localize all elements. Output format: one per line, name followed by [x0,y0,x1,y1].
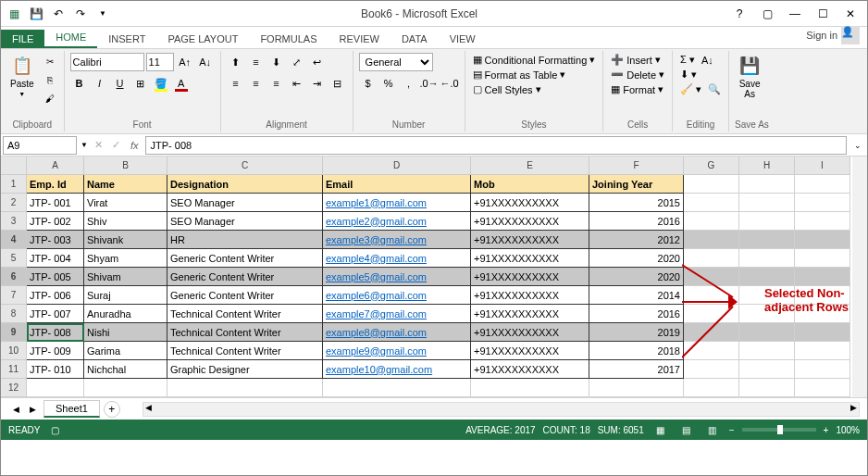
column-header[interactable]: D [323,157,471,175]
cell[interactable]: Generic Content Writer [167,268,323,286]
row-header[interactable]: 3 [1,212,27,231]
cell[interactable] [684,175,739,194]
cell[interactable] [739,194,795,212]
cell[interactable]: 2020 [589,268,684,286]
cell[interactable]: Generic Content Writer [167,249,323,268]
cell[interactable]: JTP- 003 [27,231,84,249]
tab-page-layout[interactable]: PAGE LAYOUT [156,30,249,48]
cell-link[interactable]: example6@gmail.com [323,286,471,305]
cell[interactable]: 2020 [589,249,684,268]
cell[interactable] [795,342,850,360]
help-icon[interactable]: ? [726,3,752,25]
format-as-table-button[interactable]: ▤Format as Table ▾ [471,68,568,81]
cell[interactable] [684,249,739,268]
cell[interactable]: Suraj [84,286,167,305]
cell[interactable] [739,212,795,231]
zoom-slider[interactable] [742,428,816,432]
cell[interactable]: JTP- 009 [27,342,84,360]
cell[interactable]: JTP- 008 [27,323,84,342]
cell[interactable] [739,231,795,249]
cell[interactable] [684,360,739,379]
row-header[interactable]: 2 [1,194,27,212]
cell[interactable]: JTP- 002 [27,212,84,231]
conditional-formatting-button[interactable]: ▦Conditional Formatting ▾ [471,53,598,67]
cell-link[interactable]: example1@gmail.com [323,194,471,212]
add-sheet-button[interactable]: + [104,401,120,418]
cell[interactable]: JTP- 006 [27,286,84,305]
column-header[interactable]: C [167,157,323,175]
cell[interactable] [84,379,167,397]
cell[interactable] [684,379,739,397]
cell[interactable] [684,286,739,305]
align-center-icon[interactable]: ≡ [247,74,266,93]
font-name-select[interactable] [70,53,144,71]
cell[interactable]: 2012 [589,231,684,249]
vertical-scrollbar[interactable] [852,157,867,397]
cell[interactable] [684,342,739,360]
column-header[interactable]: G [684,157,739,175]
cell[interactable] [27,379,84,397]
cell[interactable] [167,379,323,397]
save-as-button[interactable]: 💾 SaveAs [735,53,764,101]
row-header[interactable]: 6 [1,268,27,286]
cell[interactable] [795,360,850,379]
cell[interactable] [739,286,795,305]
header-cell[interactable]: Emp. Id [27,175,84,194]
italic-button[interactable]: I [91,74,109,93]
row-header[interactable]: 8 [1,305,27,323]
cell[interactable]: Virat [84,194,167,212]
column-header[interactable]: H [739,157,795,175]
tab-review[interactable]: REVIEW [329,30,391,48]
namebox-dropdown-icon[interactable]: ▼ [81,141,88,149]
macro-record-icon[interactable]: ▢ [51,425,59,435]
copy-icon[interactable]: ⎘ [42,71,58,88]
align-middle-icon[interactable]: ≡ [247,53,266,71]
cell[interactable]: 2014 [589,286,684,305]
cell-link[interactable]: example4@gmail.com [323,249,471,268]
cell[interactable]: 2019 [589,323,684,342]
font-color-button[interactable]: A [172,74,191,93]
cell[interactable]: Technical Content Writer [167,342,323,360]
increase-decimal-icon[interactable]: .0→ [420,74,439,93]
tab-formulas[interactable]: FORMULAS [249,30,328,48]
formula-bar[interactable] [145,136,847,155]
sheet-nav-next-icon[interactable]: ▶ [25,402,40,417]
column-header[interactable]: F [589,157,684,175]
qat-dropdown-icon[interactable]: ▼ [93,5,112,23]
tab-insert[interactable]: INSERT [97,30,156,48]
cell[interactable] [684,194,739,212]
format-painter-icon[interactable]: 🖌 [42,90,58,106]
cell[interactable] [684,231,739,249]
cell[interactable] [739,175,795,194]
ribbon-options-icon[interactable]: ▢ [754,3,780,25]
excel-icon[interactable]: ▦ [5,5,23,23]
cell[interactable] [471,379,589,397]
cell[interactable]: Shyam [84,249,167,268]
cell[interactable] [684,212,739,231]
cell[interactable]: SEO Manager [167,194,323,212]
row-header[interactable]: 1 [1,175,27,194]
column-header[interactable]: I [795,157,850,175]
zoom-out-icon[interactable]: − [729,425,735,435]
cell[interactable] [684,323,739,342]
fill-color-button[interactable]: 🪣 [152,74,170,93]
font-size-select[interactable] [146,53,174,71]
cell[interactable] [739,323,795,342]
cell[interactable]: 2016 [589,212,684,231]
cell[interactable]: +91XXXXXXXXXX [471,360,589,379]
wrap-text-icon[interactable]: ↩ [308,53,327,71]
fx-icon[interactable]: fx [127,140,143,151]
comma-icon[interactable]: , [400,74,418,93]
tab-view[interactable]: VIEW [439,30,487,48]
tab-file[interactable]: FILE [1,30,44,48]
cell[interactable]: +91XXXXXXXXXX [471,286,589,305]
row-header[interactable]: 10 [1,342,27,360]
cell[interactable]: 2015 [589,194,684,212]
cell[interactable]: JTP- 004 [27,249,84,268]
cell[interactable] [795,323,850,342]
cancel-formula-icon[interactable]: ✕ [92,139,105,151]
minimize-icon[interactable]: — [782,3,808,25]
cell[interactable] [795,379,850,397]
cell[interactable]: 2016 [589,305,684,323]
percent-icon[interactable]: % [379,74,398,93]
